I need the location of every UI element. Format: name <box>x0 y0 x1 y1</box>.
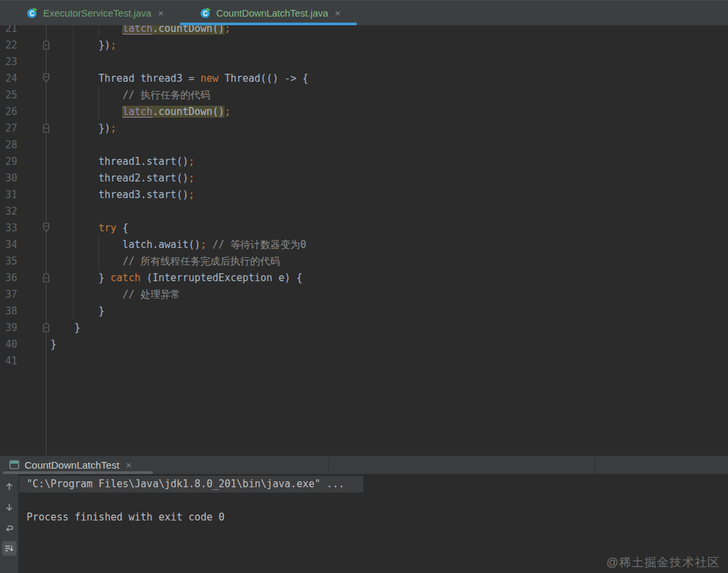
editor-line-row: 38 } <box>0 303 728 320</box>
editor-line-row: 37 // 处理异常 <box>0 286 728 303</box>
code-line[interactable]: } catch (InterruptedException e) { <box>50 270 302 286</box>
line-number: 34 <box>5 237 23 253</box>
code-line[interactable]: latch.await(); // 等待计数器变为0 <box>50 237 306 253</box>
code-rows: 21 latch.countDown();22 });2324 Thread t… <box>0 25 728 370</box>
editor-line-row: 23 <box>0 54 728 70</box>
editor-line-row: 33 try { <box>0 220 728 237</box>
code-token <box>207 239 213 251</box>
fold-end-icon[interactable] <box>41 322 51 333</box>
tab-label: CountDownLatchTest.java <box>217 8 328 19</box>
console-area: "C:\Program Files\Java\jdk1.8.0_201\bin\… <box>0 474 728 573</box>
fold-start-icon[interactable] <box>41 72 51 84</box>
close-icon[interactable]: × <box>125 460 134 470</box>
line-number: 41 <box>5 353 23 370</box>
code-token: } <box>50 272 110 284</box>
line-number: 23 <box>5 54 23 70</box>
line-number: 24 <box>5 70 23 87</box>
editor-line-row: 22 }); <box>0 37 728 54</box>
code-token: .countDown() <box>153 106 225 118</box>
editor-line-row: 25 // 执行任务的代码 <box>0 87 728 104</box>
code-token: ; <box>189 189 195 201</box>
code-line[interactable]: latch.countDown(); <box>50 104 230 120</box>
code-line[interactable]: try { <box>50 220 128 237</box>
code-token <box>50 288 122 300</box>
line-number: 33 <box>5 220 23 237</box>
code-token <box>50 106 122 118</box>
line-number: 37 <box>5 286 23 303</box>
code-token: latch <box>122 25 152 35</box>
code-token: thread1.start() <box>50 156 189 168</box>
code-token: } <box>50 305 104 317</box>
code-line[interactable]: Thread thread3 = new Thread(() -> { <box>50 70 308 87</box>
editor-line-row: 27 }); <box>0 120 728 137</box>
rerun-arrow-icon[interactable] <box>2 520 17 535</box>
code-line[interactable]: latch.countDown(); <box>50 25 230 37</box>
editor-line-row: 41 <box>0 353 728 370</box>
code-line[interactable]: thread2.start(); <box>50 170 195 187</box>
code-line[interactable]: }); <box>50 120 116 137</box>
editor-line-row: 26 latch.countDown(); <box>0 104 728 120</box>
line-number: 29 <box>5 154 23 170</box>
line-number: 31 <box>5 187 23 203</box>
scroll-to-end-icon[interactable] <box>2 541 17 556</box>
up-the-stack-trace-icon[interactable] <box>2 479 17 494</box>
java-class-icon: C <box>27 7 38 19</box>
code-line[interactable]: } <box>50 336 56 353</box>
editor-line-row: 34 latch.await(); // 等待计数器变为0 <box>0 237 728 253</box>
code-line[interactable]: } <box>50 303 104 320</box>
line-number: 35 <box>5 253 23 270</box>
editor-line-row: 28 <box>0 137 728 154</box>
code-token: // 所有线程任务完成后执行的代码 <box>122 255 280 267</box>
code-token: latch <box>122 106 152 118</box>
line-number: 30 <box>5 170 23 187</box>
code-editor[interactable]: 21 latch.countDown();22 });2324 Thread t… <box>0 25 728 455</box>
line-number: 39 <box>5 320 23 336</box>
run-console-tab[interactable]: CountDownLatchTest × <box>3 457 138 473</box>
code-token: // 处理异常 <box>122 288 180 300</box>
code-token: Thread thread3 = <box>50 72 201 84</box>
watermark: @稀土掘金技术社区 <box>606 554 720 570</box>
fold-start-icon[interactable] <box>41 222 51 233</box>
code-line[interactable]: }); <box>50 37 116 54</box>
down-the-stack-trace-icon[interactable] <box>2 500 17 515</box>
editor-tab-countdownlatchtest[interactable]: C CountDownLatchTest.java × <box>180 1 357 25</box>
code-line[interactable]: // 处理异常 <box>50 286 180 303</box>
editor-line-row: 39 } <box>0 320 728 336</box>
line-number: 32 <box>5 203 23 220</box>
line-number: 22 <box>5 37 23 54</box>
line-number: 25 <box>5 87 23 104</box>
code-line[interactable]: thread1.start(); <box>50 154 195 170</box>
code-token: { <box>116 222 128 234</box>
code-line[interactable]: // 所有线程任务完成后执行的代码 <box>50 253 280 270</box>
toolbar-separator <box>594 457 595 473</box>
fold-end-icon[interactable] <box>41 272 51 283</box>
tab-label: ExecutorServiceTest.java <box>43 8 151 19</box>
close-icon[interactable]: × <box>333 8 342 18</box>
line-number: 26 <box>5 104 23 120</box>
editor-tab-executorservicetest[interactable]: C ExecutorServiceTest.java × <box>7 1 180 25</box>
console-line[interactable]: "C:\Program Files\Java\jdk1.8.0_201\bin\… <box>19 476 363 493</box>
editor-line-row: 32 <box>0 203 728 220</box>
line-number: 27 <box>5 120 23 137</box>
code-token <box>50 89 122 101</box>
code-token: } <box>50 338 56 350</box>
fold-end-icon[interactable] <box>41 39 51 51</box>
line-number: 36 <box>5 270 23 286</box>
run-tab-label: CountDownLatchTest <box>25 459 120 471</box>
code-token: ; <box>110 122 116 134</box>
console-line: Process finished with exit code 0 <box>19 509 728 526</box>
code-line[interactable]: // 执行任务的代码 <box>50 87 210 104</box>
run-tab-bar: CountDownLatchTest × <box>0 455 728 474</box>
editor-line-row: 31 thread3.start(); <box>0 187 728 203</box>
ide-window: C ExecutorServiceTest.java × C CountDown… <box>0 0 728 573</box>
fold-end-icon[interactable] <box>41 122 51 134</box>
editor-line-row: 40} <box>0 336 728 353</box>
code-token: (InterruptedException e) { <box>140 272 302 284</box>
line-number: 21 <box>5 25 23 37</box>
code-token <box>50 222 98 234</box>
code-line[interactable]: thread3.start(); <box>50 187 195 203</box>
code-token: // 等待计数器变为0 <box>213 239 306 251</box>
console-text: Process finished with exit code 0 <box>27 511 225 523</box>
close-icon[interactable]: × <box>157 8 165 18</box>
code-line[interactable]: } <box>50 320 80 336</box>
